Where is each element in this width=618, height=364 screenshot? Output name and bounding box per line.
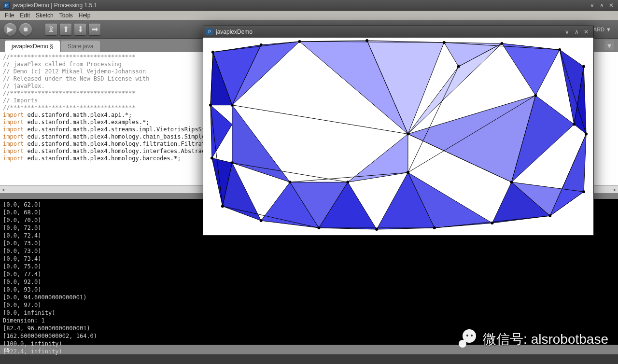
menubar: File Edit Sketch Tools Help (0, 11, 618, 20)
scroll-right-icon[interactable]: ▸ (614, 187, 616, 192)
svg-point-59 (209, 104, 212, 107)
minimize-icon[interactable]: ∨ (562, 28, 571, 35)
svg-line-38 (232, 163, 348, 182)
svg-point-65 (231, 161, 234, 164)
new-button[interactable]: 🗎 (45, 24, 57, 35)
maximize-icon[interactable]: ∧ (572, 28, 581, 35)
watermark: 微信号: alsrobotbase (458, 329, 608, 350)
watermark-text: 微信号: alsrobotbase (483, 330, 608, 349)
close-icon[interactable]: ✕ (582, 28, 590, 35)
svg-point-63 (346, 181, 349, 183)
svg-point-47 (558, 48, 561, 51)
app-icon: P (3, 2, 10, 9)
svg-point-64 (289, 181, 292, 183)
stop-button[interactable]: ■ (19, 23, 32, 36)
svg-point-51 (548, 214, 551, 217)
svg-point-48 (582, 65, 585, 68)
minimize-icon[interactable]: ∨ (588, 2, 596, 9)
save-button[interactable]: ⬇ (74, 24, 86, 35)
menu-file[interactable]: File (2, 11, 17, 20)
svg-point-42 (260, 43, 263, 46)
svg-point-53 (433, 226, 436, 229)
svg-point-58 (211, 156, 213, 159)
tab-menu-button[interactable]: ▾ (604, 41, 614, 50)
close-icon[interactable]: ✕ (607, 2, 615, 9)
svg-point-57 (221, 205, 224, 208)
open-button[interactable]: ⬆ (60, 24, 71, 35)
svg-point-56 (260, 219, 263, 222)
sketch-title: javaplexDemo (216, 28, 253, 35)
svg-point-44 (365, 39, 368, 42)
app-icon: P (206, 28, 213, 35)
svg-point-49 (585, 133, 588, 136)
export-button[interactable]: ➡ (89, 24, 100, 35)
svg-point-45 (443, 41, 446, 44)
svg-marker-21 (232, 105, 290, 182)
svg-point-50 (582, 190, 585, 193)
menu-sketch[interactable]: Sketch (33, 11, 56, 20)
window-titlebar: P javaplexDemo | Processing 1.5.1 ∨ ∧ ✕ (0, 0, 618, 11)
svg-point-62 (407, 171, 409, 174)
svg-point-60 (231, 104, 234, 107)
svg-line-39 (290, 172, 408, 182)
svg-point-61 (407, 133, 409, 136)
tab-inactive[interactable]: State.java (61, 41, 100, 52)
svg-point-68 (510, 181, 513, 183)
svg-point-52 (491, 222, 494, 224)
menu-help[interactable]: Help (76, 11, 94, 20)
scroll-left-icon[interactable]: ◂ (2, 187, 4, 192)
svg-point-55 (317, 226, 320, 229)
tab-active[interactable]: javaplexDemo § (5, 41, 60, 52)
svg-point-69 (573, 123, 576, 126)
run-button[interactable]: ▶ (4, 23, 16, 36)
mode-selector[interactable]: ARD ▼ (590, 25, 614, 34)
svg-point-46 (500, 42, 503, 45)
svg-point-66 (457, 65, 460, 68)
tab-label: State.java (68, 43, 93, 50)
svg-point-54 (375, 228, 378, 231)
window-title: javaplexDemo | Processing 1.5.1 (13, 2, 97, 9)
sketch-titlebar: P javaplexDemo ∨ ∧ ✕ (203, 26, 593, 38)
sketch-canvas (203, 38, 593, 235)
menu-tools[interactable]: Tools (56, 11, 76, 20)
svg-point-41 (211, 51, 214, 54)
wechat-icon (458, 329, 478, 350)
svg-point-43 (298, 40, 301, 43)
sketch-window: P javaplexDemo ∨ ∧ ✕ (203, 26, 594, 236)
svg-marker-5 (502, 43, 560, 96)
menu-edit[interactable]: Edit (17, 11, 33, 20)
tab-label: javaplexDemo § (12, 43, 53, 50)
line-number: 65 (4, 347, 10, 353)
maximize-icon[interactable]: ∧ (598, 2, 605, 9)
svg-point-67 (534, 94, 537, 97)
